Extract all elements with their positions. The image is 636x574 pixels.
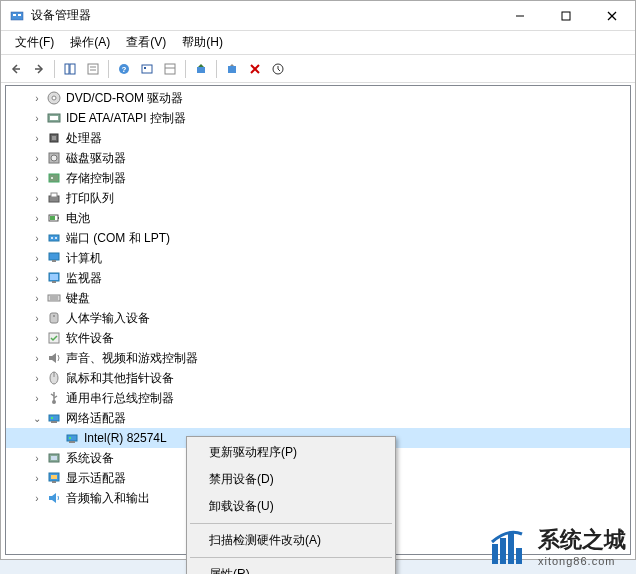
menu-file[interactable]: 文件(F) [7,32,62,53]
tree-item[interactable]: ›计算机 [6,248,630,268]
ctx-properties[interactable]: 属性(R) [189,561,393,574]
svg-rect-2 [18,14,21,16]
dvd-icon [46,90,62,106]
tree-item-label: Intel(R) 82574L [84,431,167,445]
port-icon [46,230,62,246]
expand-icon[interactable]: › [30,491,44,505]
expand-icon[interactable]: › [30,231,44,245]
svg-rect-26 [52,136,56,140]
software-icon [46,330,62,346]
expand-icon[interactable]: › [30,311,44,325]
tree-item[interactable]: ›电池 [6,208,630,228]
forward-button[interactable] [28,58,50,80]
update-driver-button[interactable] [190,58,212,80]
tree-item[interactable]: ›处理器 [6,128,630,148]
svg-rect-40 [52,260,56,262]
properties-button[interactable] [82,58,104,80]
svg-rect-55 [51,421,57,423]
tree-item[interactable]: ›存储控制器 [6,168,630,188]
tree-item-label: 音频输入和输出 [66,490,150,507]
svg-point-48 [53,315,55,317]
network-adapter-icon [64,430,80,446]
svg-rect-1 [13,14,16,16]
svg-rect-32 [51,193,57,197]
show-hide-tree-button[interactable] [59,58,81,80]
svg-rect-54 [49,415,59,421]
expand-icon[interactable]: › [30,291,44,305]
window-title: 设备管理器 [31,7,497,24]
ctx-disable-device[interactable]: 禁用设备(D) [189,466,393,493]
menu-help[interactable]: 帮助(H) [174,32,231,53]
tree-item-label: 监视器 [66,270,102,287]
tree-item[interactable]: ›声音、视频和游戏控制器 [6,348,630,368]
help-button[interactable]: ? [113,58,135,80]
collapse-icon[interactable]: ⌄ [30,411,44,425]
tree-item-label: 磁盘驱动器 [66,150,126,167]
svg-rect-18 [197,67,205,73]
ctx-uninstall-device[interactable]: 卸载设备(U) [189,493,393,520]
expand-icon[interactable]: › [30,251,44,265]
scan-hardware-button[interactable] [267,58,289,80]
svg-rect-61 [51,456,57,460]
svg-point-28 [51,155,57,161]
expand-icon[interactable]: › [30,131,44,145]
enable-device-button[interactable] [221,58,243,80]
svg-rect-68 [516,548,522,564]
tree-item[interactable]: ›IDE ATA/ATAPI 控制器 [6,108,630,128]
expand-icon[interactable]: › [30,471,44,485]
svg-point-30 [51,177,53,179]
toolbar-separator [54,60,55,78]
expand-icon[interactable]: › [30,211,44,225]
uninstall-button[interactable] [244,58,266,80]
close-button[interactable] [589,1,635,31]
tree-item-label: 网络适配器 [66,410,126,427]
expand-icon[interactable]: › [30,271,44,285]
expand-icon[interactable]: › [30,451,44,465]
ctx-update-driver[interactable]: 更新驱动程序(P) [189,439,393,466]
tree-item[interactable]: ›打印队列 [6,188,630,208]
expand-icon[interactable]: › [30,371,44,385]
tree-item[interactable]: ⌄网络适配器 [6,408,630,428]
expand-icon[interactable]: › [30,351,44,365]
tree-item-label: 软件设备 [66,330,114,347]
tree-item[interactable]: ›通用串行总线控制器 [6,388,630,408]
menu-view[interactable]: 查看(V) [118,32,174,53]
svg-rect-66 [500,538,506,564]
network-icon [46,410,62,426]
tree-item-label: 通用串行总线控制器 [66,390,174,407]
tree-item-label: 显示适配器 [66,470,126,487]
svg-rect-9 [88,64,98,74]
tree-item-label: 鼠标和其他指针设备 [66,370,174,387]
expand-icon[interactable]: › [30,91,44,105]
tree-item[interactable]: ›人体学输入设备 [6,308,630,328]
tree-item[interactable]: ›监视器 [6,268,630,288]
minimize-button[interactable] [497,1,543,31]
expand-icon[interactable]: › [30,331,44,345]
tree-item[interactable]: ›鼠标和其他指针设备 [6,368,630,388]
maximize-button[interactable] [543,1,589,31]
menu-action[interactable]: 操作(A) [62,32,118,53]
back-button[interactable] [5,58,27,80]
action-button[interactable] [136,58,158,80]
svg-rect-16 [165,64,175,74]
tree-item[interactable]: ›磁盘驱动器 [6,148,630,168]
svg-rect-63 [51,475,57,479]
expand-icon[interactable]: › [30,111,44,125]
expand-icon[interactable]: › [30,151,44,165]
tree-item[interactable]: ›DVD/CD-ROM 驱动器 [6,88,630,108]
hid-icon [46,310,62,326]
tree-item[interactable]: ›端口 (COM 和 LPT) [6,228,630,248]
expand-icon[interactable]: › [30,391,44,405]
ctx-scan-hardware[interactable]: 扫描检测硬件改动(A) [189,527,393,554]
ctx-separator [190,557,392,558]
tree-item[interactable]: ›软件设备 [6,328,630,348]
disk-icon [46,150,62,166]
tree-item-label: 处理器 [66,130,102,147]
svg-rect-19 [228,66,236,73]
tree-item[interactable]: ›键盘 [6,288,630,308]
expand-icon[interactable]: › [30,191,44,205]
keyboard-icon [46,290,62,306]
view-button[interactable] [159,58,181,80]
tree-item-label: DVD/CD-ROM 驱动器 [66,90,183,107]
expand-icon[interactable]: › [30,171,44,185]
